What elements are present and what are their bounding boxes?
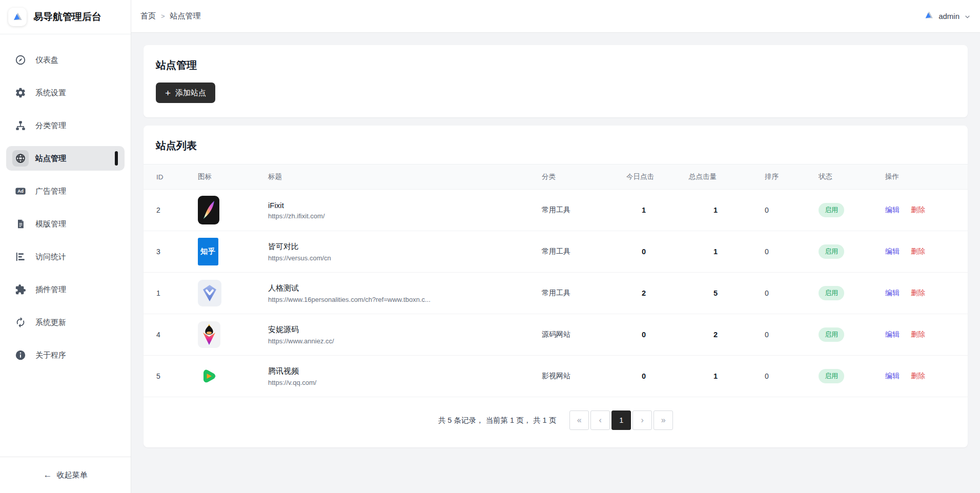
app-root: { "app": { "title": "易导航管理后台" }, "topbar… [0,0,980,493]
add-site-button[interactable]: + 添加站点 [156,83,215,103]
status-cell: 启用 [810,190,877,231]
site-id: 3 [144,231,190,273]
sidebar-item-plugins[interactable]: 插件管理 [6,277,125,302]
table-row: 3 知乎 皆可对比 https://versus.com/cn 常用工具 0 1… [144,231,968,273]
sidebar-item-ads[interactable]: Ad 广告管理 [6,179,125,203]
user-avatar-logo-icon [924,10,934,22]
ad-badge-icon: Ad [12,183,29,199]
globe-icon [12,150,29,167]
col-category: 分类 [534,165,618,190]
site-id: 5 [144,356,190,397]
sidebar-nav: 仪表盘 系统设置 分类管理 站点管理 Ad 广告管理 [0,34,131,457]
list-title: 站点列表 [144,126,968,164]
delete-link[interactable]: 删除 [911,289,925,297]
site-category: 常用工具 [534,231,618,273]
add-site-label: 添加站点 [175,88,206,98]
col-sort: 排序 [757,165,810,190]
site-id: 4 [144,314,190,356]
arrow-left-icon: ← [44,470,52,480]
delete-link[interactable]: 删除 [911,206,925,214]
gear-icon [12,85,29,101]
main-area: 首页 > 站点管理 admin 站点管理 + 添加站点 站点列表 [131,0,980,493]
site-icon-cell [190,356,260,397]
delete-link[interactable]: 删除 [911,330,925,338]
site-url: https://v.qq.com/ [268,379,529,386]
topbar: 首页 > 站点管理 admin [131,0,980,33]
status-badge: 启用 [819,244,844,259]
pagination-summary: 共 5 条记录， 当前第 1 页， 共 1 页 [438,416,556,425]
refresh-icon [12,314,29,331]
user-menu[interactable]: admin [924,10,971,22]
breadcrumb-home[interactable]: 首页 [140,11,156,21]
edit-link[interactable]: 编辑 [885,289,900,297]
next-page-button[interactable]: › [632,410,652,430]
site-category: 影视网站 [534,356,618,397]
site-title-cell: 人格测试 https://www.16personalities.com/ch?… [260,273,534,314]
col-id: ID [144,165,190,190]
site-url: https://www.16personalities.com/ch?ref=w… [268,296,529,303]
sitemap-icon [12,117,29,134]
sidebar-item-dashboard[interactable]: 仪表盘 [6,48,125,72]
site-url: https://versus.com/cn [268,254,529,262]
ifixit-procreate-icon [198,196,219,224]
gem-icon [198,280,221,306]
site-title: 腾讯视频 [268,366,529,376]
total-clicks-value: 1 [681,190,757,231]
sort-value: 0 [757,314,810,356]
today-clicks-value: 0 [618,314,681,356]
site-icon-cell: 知乎 [190,231,260,273]
delete-link[interactable]: 删除 [911,372,925,380]
site-title-cell: iFixit https://zh.ifixit.com/ [260,190,534,231]
site-title-cell: 皆可对比 https://versus.com/cn [260,231,534,273]
sidebar-item-update[interactable]: 系统更新 [6,310,125,335]
play-icon [198,363,220,389]
current-page-button[interactable]: 1 [611,410,631,430]
status-badge: 启用 [819,286,844,300]
today-clicks-value: 1 [618,190,681,231]
pager: « ‹ 1 › » [569,410,673,430]
site-icon-cell [190,314,260,356]
first-page-button[interactable]: « [569,410,589,430]
site-title: iFixit [268,201,529,210]
col-actions: 操作 [877,165,968,190]
total-clicks-value: 1 [681,231,757,273]
collapse-menu-button[interactable]: ← 收起菜单 [44,470,88,480]
pagination: 共 5 条记录， 当前第 1 页， 共 1 页 « ‹ 1 › » [144,397,968,447]
prev-page-button[interactable]: ‹ [590,410,610,430]
sidebar-item-settings[interactable]: 系统设置 [6,80,125,105]
sidebar-item-categories[interactable]: 分类管理 [6,113,125,138]
sidebar-item-label: 分类管理 [35,121,66,131]
sidebar-item-stats[interactable]: 访问统计 [6,244,125,269]
edit-link[interactable]: 编辑 [885,330,900,338]
actions-cell: 编辑 删除 [877,314,968,356]
site-title: 皆可对比 [268,242,529,252]
active-indicator [115,151,118,166]
col-total-clicks: 总点击量 [681,165,757,190]
site-url: https://www.anniez.cc/ [268,337,529,345]
sidebar-item-label: 系统设置 [35,88,66,98]
edit-link[interactable]: 编辑 [885,247,900,255]
site-category: 源码网站 [534,314,618,356]
site-title: 安妮源码 [268,325,529,335]
collapse-menu-label: 收起菜单 [57,470,88,480]
edit-link[interactable]: 编辑 [885,206,900,214]
sidebar-item-label: 广告管理 [35,187,66,196]
bar-chart-icon [12,249,29,265]
last-page-button[interactable]: » [654,410,673,430]
edit-link[interactable]: 编辑 [885,372,900,380]
total-clicks-value: 2 [681,314,757,356]
col-title: 标题 [260,165,534,190]
sidebar-item-templates[interactable]: 模版管理 [6,212,125,236]
site-id: 1 [144,273,190,314]
delete-link[interactable]: 删除 [911,247,925,255]
zhihu-icon: 知乎 [198,238,218,265]
table-row: 5 腾讯视频 https://v.qq.com/ 影视网站 0 1 [144,356,968,397]
sidebar-item-sites[interactable]: 站点管理 [6,146,125,171]
total-clicks-value: 1 [681,356,757,397]
sidebar-item-about[interactable]: 关于程序 [6,343,125,367]
sidebar-item-label: 插件管理 [35,285,66,295]
table-row: 1 人格测试 https://www.16personalities.com/c… [144,273,968,314]
table-header-row: ID 图标 标题 分类 今日点击 总点击量 排序 状态 操作 [144,165,968,190]
sidebar-footer: ← 收起菜单 [0,457,131,493]
sort-value: 0 [757,273,810,314]
